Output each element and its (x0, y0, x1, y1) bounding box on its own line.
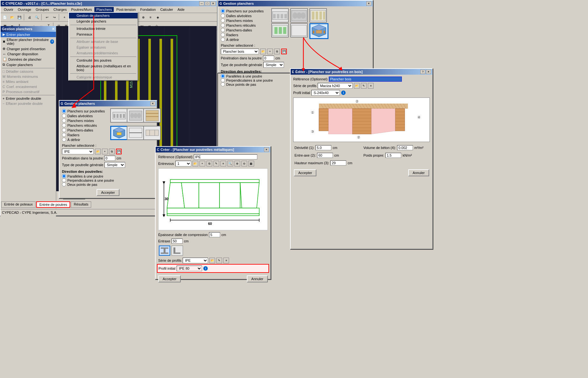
tab-poutres[interactable]: Entrée de poutres (36, 201, 70, 208)
radio-deux-pts-1[interactable]: Deux points de pas (62, 182, 154, 186)
creer-serie-btn3[interactable]: ≡ (223, 258, 229, 263)
floor-img-2-1[interactable] (271, 8, 289, 23)
radio-adefin-1[interactable]: À définir (62, 138, 107, 142)
menu-planchers[interactable]: Planchers (94, 7, 114, 12)
menu-calculer[interactable]: Calculer (158, 7, 175, 12)
editer-serie-btn3[interactable]: ≡ (368, 83, 374, 89)
tb-save[interactable]: 💾 (16, 14, 23, 21)
editer-accept-btn[interactable]: Accepter (294, 169, 316, 176)
tb-redo[interactable]: ↪ (51, 14, 58, 21)
creer-ref-input[interactable] (194, 154, 257, 159)
creer-ent-btn8[interactable]: ⊖ (241, 161, 247, 166)
gestion2-btn4[interactable]: 💾 (281, 49, 287, 54)
radio-reticules-1[interactable]: Planchers réticulés (62, 123, 107, 127)
menu-continuite[interactable]: Continuité des poutres (69, 57, 138, 63)
menu-poutres[interactable]: Poutres/Murs (69, 7, 94, 12)
gestion1-pen-input[interactable] (104, 156, 115, 161)
radio-dalles-2[interactable]: Dalles alvéolées (221, 14, 267, 18)
menu-fondation[interactable]: Fondation (138, 7, 158, 12)
radio-parallel-1[interactable]: Parallèles à une poutre (62, 174, 154, 178)
minimize-btn[interactable]: ─ (199, 1, 204, 6)
menu-legende[interactable]: Légende planchers (69, 18, 138, 24)
editer-volume-input[interactable] (397, 145, 413, 150)
close-btn[interactable]: ✕ (211, 1, 216, 6)
tab-resultats[interactable]: Résultats (71, 201, 91, 208)
radio-poutrelles-2[interactable]: Planchers sur poutrelles (221, 9, 267, 13)
radio-mixtes-input-1[interactable] (62, 118, 66, 123)
panel-effacer-plancher[interactable]: ✖ Effacer plancher (introduire vide) ? (1, 37, 56, 46)
tb-snap[interactable]: ⊕ (140, 14, 147, 21)
radio-deux-pts-input-2[interactable] (221, 82, 225, 86)
radio-dalles2-1[interactable]: Planchers-dalles (62, 128, 107, 132)
gestion1-btn2[interactable]: + (102, 149, 108, 154)
creer-close[interactable]: ✕ (264, 147, 269, 152)
creer-ent-btn1[interactable]: 📂 (193, 161, 198, 166)
creer-ent-btn4[interactable]: ✎ (213, 161, 219, 166)
gestion2-btn1[interactable]: 📂 (260, 49, 266, 54)
creer-serie-btn1[interactable]: 📂 (209, 258, 215, 263)
tb-zoom-in[interactable]: + (61, 14, 68, 21)
radio-adefin-2[interactable]: À définir (221, 37, 267, 42)
radio-reticules-input-2[interactable] (221, 23, 225, 27)
editer-entraxe-input[interactable] (317, 153, 333, 158)
menu-panneaux[interactable]: Panneaux (69, 31, 138, 37)
menu-ouvrir[interactable]: Ouvrir (2, 7, 15, 12)
radio-poutrelles-1[interactable]: Planchers sur poutrelles (62, 109, 107, 113)
radio-radiers-1[interactable]: Radiers (62, 133, 107, 137)
creer-epaisseur-input[interactable] (209, 232, 220, 237)
gestion1-close[interactable]: ✕ (150, 101, 155, 106)
radio-dalles-input-1[interactable] (62, 114, 66, 118)
gestion1-type-select[interactable]: Simple (105, 162, 125, 168)
tab-poteaux[interactable]: Entrée de poteaux (1, 201, 36, 208)
creer-accept-btn[interactable]: Accepter (158, 275, 181, 282)
tb-undo[interactable]: ↩ (44, 14, 51, 21)
radio-mixtes-input-2[interactable] (221, 18, 225, 23)
creer-ent-btn7[interactable]: ⊕ (234, 161, 240, 166)
floor-img-2-2[interactable] (290, 8, 308, 23)
floor-img-2-4[interactable] (271, 23, 289, 37)
editer-profil-select[interactable]: S-240x40 (311, 90, 340, 96)
editer-question-btn[interactable]: ? (420, 70, 425, 74)
creer-ent-btn9[interactable]: ▦ (248, 161, 254, 166)
menu-aide[interactable]: Aide (176, 7, 186, 12)
tb-3d[interactable]: ◈ (154, 14, 161, 21)
radio-mixtes-2[interactable]: Planchers mixtes (221, 18, 267, 23)
effacer-info-icon[interactable]: ? (50, 39, 54, 44)
editer-close-btn[interactable]: ✕ (426, 70, 431, 74)
panel-entrer-plancher[interactable]: ▶ Entrer plancher (1, 32, 56, 37)
gestion1-btn4[interactable]: 💾 (116, 149, 122, 154)
radio-deux-pts-input-1[interactable] (62, 182, 66, 186)
tb-preview[interactable]: 🔍 (33, 14, 40, 21)
gestion2-btn2[interactable]: + (267, 49, 273, 54)
creer-ent-btn2[interactable]: + (199, 161, 205, 166)
tb-open[interactable]: 📂 (9, 14, 16, 21)
editer-ref-input[interactable] (329, 77, 402, 82)
gestion1-btn1[interactable]: 📂 (95, 149, 101, 154)
radio-adefin-input-1[interactable] (62, 138, 66, 142)
panel-entrer-poutrelle-double[interactable]: + Entrer poutrelle double (1, 96, 56, 101)
gestion2-btn3[interactable]: ⧉ (274, 49, 280, 54)
editer-poids-input[interactable] (385, 153, 401, 158)
radio-dalles2-2[interactable]: Planchers-dalles (221, 28, 267, 32)
radio-poutrelles-input-2[interactable] (221, 9, 225, 13)
menu-ouvrage[interactable]: Ouvrage (16, 7, 33, 12)
radio-radiers-input-2[interactable] (221, 33, 225, 37)
editer-denivele-input[interactable] (315, 145, 331, 150)
floor-img-2-6[interactable] (309, 23, 328, 39)
creer-ent-btn3[interactable]: ⧉ (206, 161, 212, 166)
radio-radiers-input-1[interactable] (62, 133, 66, 137)
panel-donnees[interactable]: 📋 Données de plancher (1, 57, 56, 62)
creer-cancel-btn[interactable]: Annuler (247, 275, 268, 282)
editer-serie-select[interactable]: Maciza h240 (318, 83, 353, 89)
floor-img-1-2[interactable] (127, 108, 144, 123)
creer-profil-info[interactable]: i (203, 266, 208, 271)
radio-perp-input-1[interactable] (62, 178, 66, 182)
editer-serie-btn1[interactable]: 📂 (354, 83, 360, 89)
editer-cancel-btn[interactable]: Annuler (408, 169, 429, 176)
tb-print[interactable]: 🖨 (26, 14, 33, 21)
radio-reticules-input-1[interactable] (62, 123, 66, 127)
tb-layer[interactable]: ≡ (147, 14, 154, 21)
floor-img-1-5[interactable] (127, 126, 144, 140)
radio-parallel-input-2[interactable] (221, 74, 225, 78)
radio-perp-input-2[interactable] (221, 78, 225, 82)
